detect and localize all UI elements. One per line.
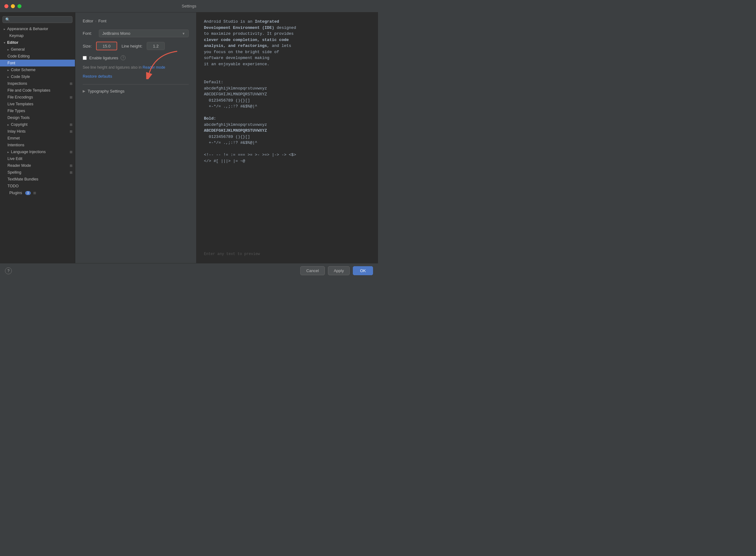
chevron-icon: ▸ [7, 150, 9, 154]
settings-icon: ⊞ [70, 82, 72, 86]
line-height-input-wrap [147, 42, 165, 50]
sidebar-item-appearance-behavior[interactable]: ▸Appearance & Behavior [0, 26, 75, 32]
window-controls [4, 4, 22, 8]
sidebar-label: Spelling [7, 170, 21, 175]
sidebar-item-copyright[interactable]: ▸Copyright⊞ [0, 121, 75, 128]
settings-panel: Editor › Font Font: JetBrains Mono ▼ Siz… [75, 12, 196, 263]
minimize-button[interactable] [11, 4, 15, 8]
sidebar-item-intentions[interactable]: Intentions [0, 142, 75, 148]
enable-ligatures-checkbox[interactable] [83, 56, 87, 60]
sidebar-label: File Encodings [7, 95, 33, 99]
sidebar-label: Keymap [9, 34, 24, 38]
restore-defaults[interactable]: Restore defaults [83, 73, 189, 84]
sidebar-item-design-tools[interactable]: Design Tools [0, 114, 75, 121]
size-input-wrap [96, 42, 117, 50]
reader-mode-link[interactable]: Reader mode [143, 65, 165, 70]
line-height-input[interactable] [150, 44, 162, 48]
sidebar-label: File Types [7, 109, 25, 113]
sidebar-item-reader-mode[interactable]: Reader Mode⊞ [0, 162, 75, 169]
sidebar-item-language-injections[interactable]: ▸Language Injections⊞ [0, 148, 75, 155]
sidebar-label: Intentions [7, 143, 24, 147]
sidebar-item-live-templates[interactable]: Live Templates [0, 101, 75, 107]
sidebar-items-container: ▸Appearance & BehaviorKeymap▾Editor▸Gene… [0, 26, 75, 196]
close-button[interactable] [4, 4, 8, 8]
sidebar-item-spelling[interactable]: Spelling⊞ [0, 169, 75, 176]
chevron-icon: ▸ [4, 27, 5, 31]
font-value: JetBrains Mono [102, 31, 130, 36]
cancel-button[interactable]: Cancel [300, 266, 325, 275]
help-button[interactable]: ? [5, 268, 12, 274]
chevron-icon: ▸ [7, 75, 9, 78]
window-title: Settings [182, 4, 196, 8]
sidebar-item-textmate-bundles[interactable]: TextMate Bundles [0, 176, 75, 183]
typography-header[interactable]: ▶ Typography Settings [83, 89, 189, 94]
preview-default-section: Default: abcdefghijklmnopqrstuvwxyz ABCD… [204, 73, 370, 110]
restore-defaults-link[interactable]: Restore defaults [83, 74, 112, 78]
sidebar-label: Live Templates [7, 102, 33, 106]
settings-icon: ⊞ [70, 130, 72, 134]
hint-text: See line height and ligatures also in Re… [83, 65, 189, 70]
plugins-badge: 3 [25, 191, 31, 195]
sidebar-item-todo[interactable]: TODO [0, 183, 75, 189]
breadcrumb-font: Font [98, 19, 106, 23]
sidebar-item-inlay-hints[interactable]: Inlay Hints⊞ [0, 128, 75, 135]
chevron-icon: ▸ [7, 68, 9, 72]
enable-ligatures-row: Enable ligatures ? [83, 55, 189, 60]
bottom-right: Cancel Apply OK [300, 266, 373, 275]
sidebar-item-inspections[interactable]: Inspections⊞ [0, 80, 75, 87]
main-layout: 🔍 ▸Appearance & BehaviorKeymap▾Editor▸Ge… [0, 12, 378, 263]
font-dropdown[interactable]: JetBrains Mono ▼ [99, 30, 189, 37]
sidebar-item-editor[interactable]: ▾Editor [0, 39, 75, 46]
sidebar-item-emmet[interactable]: Emmet [0, 135, 75, 142]
sidebar-label: Copyright [11, 123, 28, 127]
search-icon: 🔍 [5, 18, 10, 22]
ok-button[interactable]: OK [353, 266, 373, 275]
search-input[interactable] [12, 18, 70, 22]
preview-panel: Android Studio is an Integrated Developm… [196, 12, 378, 263]
bottom-bar: ? Cancel Apply OK [0, 263, 378, 278]
sidebar-item-code-style[interactable]: ▸Code Style [0, 73, 75, 80]
line-height-label: Line height: [122, 44, 142, 48]
help-icon[interactable]: ? [121, 55, 126, 60]
sidebar-item-general[interactable]: ▸General [0, 46, 75, 53]
sidebar-item-file-encodings[interactable]: File Encodings⊞ [0, 94, 75, 101]
settings-icon: ⊞ [70, 123, 72, 127]
settings-icon: ⊞ [70, 150, 72, 154]
sidebar-label: Inspections [7, 81, 27, 86]
sidebar-label: Reader Mode [7, 163, 31, 168]
sidebar-item-file-types[interactable]: File Types [0, 107, 75, 114]
sidebar-label: Design Tools [7, 115, 30, 120]
hint-text-before: See line height and ligatures also in [83, 65, 141, 70]
maximize-button[interactable] [18, 4, 22, 8]
size-input[interactable] [99, 44, 114, 48]
sidebar-item-plugins[interactable]: Plugins3⊞ [0, 189, 75, 196]
sidebar-item-keymap[interactable]: Keymap [0, 32, 75, 39]
preview-content: Android Studio is an Integrated Developm… [204, 19, 370, 248]
sidebar-item-code-editing[interactable]: Code Editing [0, 53, 75, 60]
sidebar-label: General [11, 47, 25, 51]
sidebar-item-font[interactable]: Font [0, 60, 75, 67]
sidebar-item-file-code-templates[interactable]: File and Code Templates [0, 87, 75, 94]
preview-intro: Android Studio is an Integrated Developm… [204, 19, 370, 67]
sidebar-label: Plugins [9, 191, 22, 195]
enable-ligatures-label[interactable]: Enable ligatures [89, 56, 118, 60]
sidebar-label: Code Style [11, 74, 30, 79]
apply-button[interactable]: Apply [328, 266, 350, 275]
bottom-left: ? [5, 268, 12, 274]
content-area: Editor › Font Font: JetBrains Mono ▼ Siz… [75, 12, 378, 263]
sidebar-label: Color Scheme [11, 68, 35, 72]
chevron-icon: ▸ [7, 123, 9, 127]
sidebar-label: Font [7, 61, 15, 65]
breadcrumb-sep: › [95, 19, 96, 23]
search-wrap[interactable]: 🔍 [2, 16, 72, 23]
settings-icon: ⊞ [70, 95, 72, 99]
sidebar-label: Language Injections [11, 150, 46, 154]
titlebar: Settings [0, 0, 378, 12]
sidebar-item-color-scheme[interactable]: ▸Color Scheme [0, 67, 75, 73]
settings-icon: ⊞ [70, 164, 72, 168]
breadcrumb-editor: Editor [83, 19, 93, 23]
sidebar-item-live-edit[interactable]: Live Edit [0, 155, 75, 162]
settings-icon: ⊞ [70, 171, 72, 175]
preview-bold-section: Bold: abcdefghijklmnopqrstuvwxyz ABCDEFG… [204, 115, 370, 146]
chevron-icon: ▾ [4, 41, 5, 44]
